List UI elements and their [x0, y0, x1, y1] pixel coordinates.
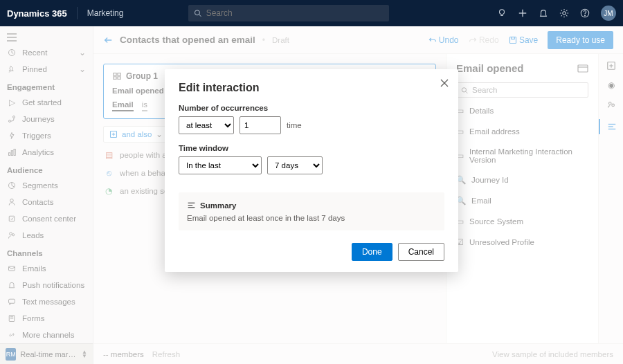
topbar-right: JM	[497, 6, 616, 21]
done-button[interactable]: Done	[352, 243, 392, 261]
occurrences-label: Number of occurrences	[179, 104, 444, 112]
help-icon[interactable]	[580, 8, 590, 18]
brand: Dynamics 365	[7, 8, 67, 19]
global-search-input[interactable]	[206, 8, 384, 18]
time-suffix: time	[287, 121, 302, 129]
global-topbar: Dynamics 365 Marketing JM	[0, 0, 623, 26]
cancel-button[interactable]: Cancel	[398, 243, 444, 261]
global-search[interactable]	[188, 5, 389, 21]
summary-text: Email opened at least once in the last 7…	[187, 214, 436, 222]
svg-point-6	[563, 12, 566, 15]
gear-icon[interactable]	[559, 8, 569, 18]
close-button[interactable]	[440, 79, 449, 87]
summary-title: Summary	[200, 201, 236, 210]
topbar-divider	[77, 7, 78, 19]
svg-point-8	[585, 15, 586, 16]
user-avatar[interactable]: JM	[601, 6, 616, 21]
svg-point-0	[195, 10, 200, 15]
edit-interaction-modal: Edit interaction Number of occurrences a…	[165, 69, 458, 272]
time-window-value-select[interactable]: 7 days	[267, 156, 323, 174]
bell-icon[interactable]	[539, 8, 548, 18]
time-window-label: Time window	[179, 144, 444, 152]
lightbulb-icon[interactable]	[497, 8, 507, 18]
plus-icon[interactable]	[518, 8, 527, 18]
svg-line-1	[199, 15, 201, 17]
time-window-operator-select[interactable]: In the last	[179, 156, 262, 174]
svg-point-2	[500, 10, 505, 15]
summary-icon	[187, 201, 196, 210]
occurrences-count-input[interactable]	[240, 116, 281, 134]
occurrences-operator-select[interactable]: at least	[179, 116, 234, 134]
app-name: Marketing	[87, 8, 124, 18]
modal-title: Edit interaction	[179, 82, 444, 94]
search-icon	[194, 9, 201, 17]
summary-box: Summary Email opened at least once in th…	[179, 192, 444, 230]
